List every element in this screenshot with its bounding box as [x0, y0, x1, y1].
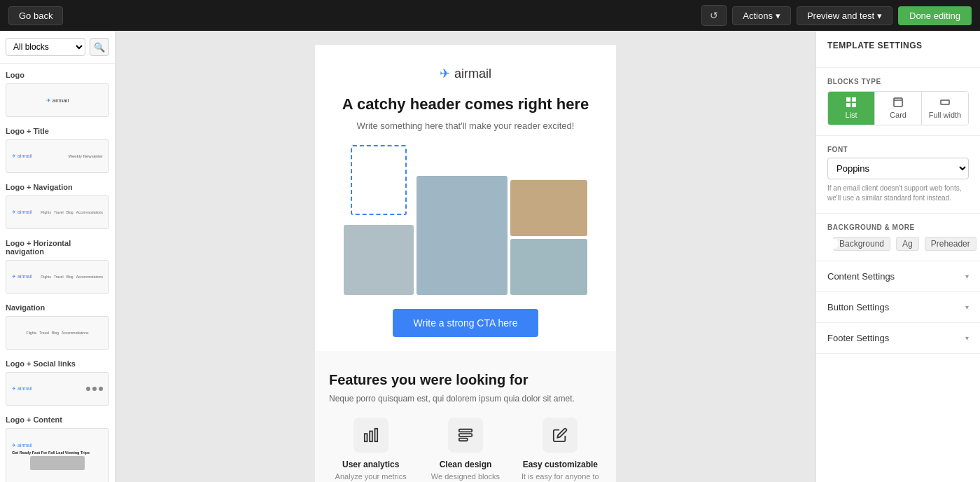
analytics-icon — [354, 418, 388, 453]
full-width-icon — [940, 97, 950, 109]
features-grid: User analytics Analyze your metrics Clea… — [329, 418, 602, 482]
svg-rect-5 — [459, 439, 468, 441]
features-title: Features you were looking for — [329, 372, 602, 388]
email-canvas: ✈ airmail A catchy header comes right he… — [315, 45, 616, 468]
design-desc: We designed blocks that — [424, 472, 507, 482]
ag-button[interactable]: Ag — [896, 237, 919, 251]
email-canvas-area: ✈ airmail A catchy header comes right he… — [115, 31, 816, 482]
preheader-label: Preheader — [931, 239, 970, 249]
svg-rect-4 — [459, 434, 472, 436]
footer-chevron-icon: ▾ — [965, 334, 969, 342]
blocks-sidebar: All blocks Headers Content Footers 🔍 Log… — [0, 31, 115, 482]
image-top-right-placeholder — [510, 180, 587, 236]
custom-icon — [542, 418, 578, 453]
type-full-width-label: Full width — [929, 111, 961, 119]
image-small-placeholder — [344, 225, 414, 295]
image-bottom-right-placeholder — [510, 239, 587, 295]
preview-button[interactable]: Preview and test ▾ — [797, 6, 892, 25]
svg-rect-1 — [370, 432, 372, 442]
type-btn-full-width[interactable]: Full width — [922, 92, 968, 125]
type-btn-list[interactable]: List — [828, 92, 875, 125]
hero-title: A catchy header comes right here — [329, 95, 602, 113]
settings-panel: Template Settings BLOCKS TYPE List Card — [816, 31, 980, 482]
svg-rect-10 — [894, 98, 902, 106]
done-editing-button[interactable]: Done editing — [898, 6, 972, 25]
email-hero-section: ✈ airmail A catchy header comes right he… — [315, 45, 616, 351]
history-icon: ↺ — [710, 10, 718, 21]
block-preview-logo-social[interactable]: ✈ airmail — [6, 372, 109, 406]
type-list-label: List — [845, 111, 857, 119]
image-dashed-placeholder — [351, 145, 407, 215]
preheader-button[interactable]: Preheader — [925, 237, 976, 251]
block-preview-logo-title[interactable]: ✈ airmail Weekly Newsletter — [6, 139, 109, 173]
type-btn-card[interactable]: Card — [875, 92, 922, 125]
font-note: If an email client doesn't support web f… — [827, 184, 969, 203]
block-category-logo-content-label: Logo + Content — [6, 415, 109, 424]
custom-title: Easy customizable — [519, 460, 602, 469]
block-preview-logo-nav[interactable]: ✈ airmail Flights Travel Blog Accommodat… — [6, 195, 109, 229]
image-main-placeholder — [416, 176, 507, 295]
preview-chevron-icon: ▾ — [877, 11, 882, 21]
top-bar: Go back ↺ Actions ▾ Preview and test ▾ D… — [0, 0, 980, 31]
block-category-navigation: Navigation Flights Travel Blog Accommoda… — [6, 303, 109, 350]
list-icon — [846, 97, 856, 109]
block-category-logo-content: Logo + Content ✈ airmail Get Ready Fast … — [6, 415, 109, 482]
content-settings-header[interactable]: Content Settings ▾ — [816, 261, 980, 291]
footer-settings-label: Footer Settings — [827, 333, 889, 343]
bg-buttons: Background Ag Preheader — [827, 237, 969, 251]
content-settings-accordion: Content Settings ▾ — [816, 261, 980, 292]
design-icon — [448, 418, 483, 453]
block-preview-logo-h-nav[interactable]: ✈ airmail Flights Travel Blog Accommodat… — [6, 260, 109, 294]
search-icon: 🔍 — [94, 42, 105, 53]
template-settings-header: Template Settings — [816, 31, 980, 68]
block-preview-logo-content[interactable]: ✈ airmail Get Ready Fast For Fall Leaf V… — [6, 428, 109, 482]
button-settings-header[interactable]: Button Settings ▾ — [816, 292, 980, 322]
content-chevron-icon: ▾ — [965, 273, 969, 280]
template-settings-title: Template Settings — [827, 41, 969, 50]
footer-settings-accordion: Footer Settings ▾ — [816, 323, 980, 354]
svg-rect-3 — [459, 429, 472, 432]
actions-button[interactable]: Actions ▾ — [732, 6, 791, 25]
history-button[interactable]: ↺ — [701, 5, 727, 26]
svg-rect-2 — [374, 429, 377, 441]
feature-item-design: Clean design We designed blocks that — [424, 418, 507, 482]
background-button[interactable]: Background — [833, 237, 890, 251]
go-back-button[interactable]: Go back — [8, 6, 63, 25]
blocks-filter-select[interactable]: All blocks Headers Content Footers — [6, 38, 85, 56]
sidebar-search-button[interactable]: 🔍 — [90, 38, 109, 56]
design-title: Clean design — [424, 460, 507, 469]
type-card-label: Card — [890, 111, 906, 119]
cta-button[interactable]: Write a strong CTA here — [393, 309, 539, 337]
block-preview-logo[interactable]: ✈ airmail — [6, 83, 109, 117]
background-label: Background — [839, 239, 884, 249]
font-select[interactable]: Poppins Roboto Open Sans Lato Montserrat — [827, 158, 969, 179]
svg-rect-0 — [364, 434, 367, 441]
block-category-logo-social-label: Logo + Social links — [6, 359, 109, 368]
preview-label: Preview and test — [807, 11, 874, 21]
svg-rect-12 — [941, 100, 949, 104]
bg-toggle-knob — [829, 239, 839, 249]
analytics-desc: Analyze your metrics — [329, 472, 412, 481]
blocks-type-section: BLOCKS TYPE List Card — [816, 68, 980, 136]
analytics-title: User analytics — [329, 460, 412, 469]
svg-rect-9 — [852, 103, 856, 107]
ag-label: Ag — [902, 239, 913, 249]
block-category-logo-label: Logo — [6, 71, 109, 79]
block-category-logo-h-nav: Logo + Horizontal navigation ✈ airmail F… — [6, 239, 109, 294]
email-features-section: Features you were looking for Neque porr… — [315, 351, 616, 482]
block-preview-navigation[interactable]: Flights Travel Blog Accommodations — [6, 316, 109, 350]
hero-subtitle: Write something here that'll make your r… — [329, 120, 602, 131]
button-chevron-icon: ▾ — [965, 303, 969, 311]
font-label: FONT — [827, 146, 969, 153]
block-category-logo-nav: Logo + Navigation ✈ airmail Flights Trav… — [6, 183, 109, 229]
block-category-navigation-label: Navigation — [6, 303, 109, 312]
button-settings-accordion: Button Settings ▾ — [816, 292, 980, 323]
svg-rect-6 — [846, 97, 850, 102]
email-logo: ✈ airmail — [329, 66, 602, 81]
sidebar-toolbar: All blocks Headers Content Footers 🔍 — [0, 31, 115, 64]
button-settings-label: Button Settings — [827, 302, 889, 312]
footer-settings-header[interactable]: Footer Settings ▾ — [816, 323, 980, 353]
content-settings-label: Content Settings — [827, 271, 895, 282]
block-category-logo-title: Logo + Title ✈ airmail Weekly Newsletter — [6, 127, 109, 173]
block-category-logo-nav-label: Logo + Navigation — [6, 183, 109, 191]
